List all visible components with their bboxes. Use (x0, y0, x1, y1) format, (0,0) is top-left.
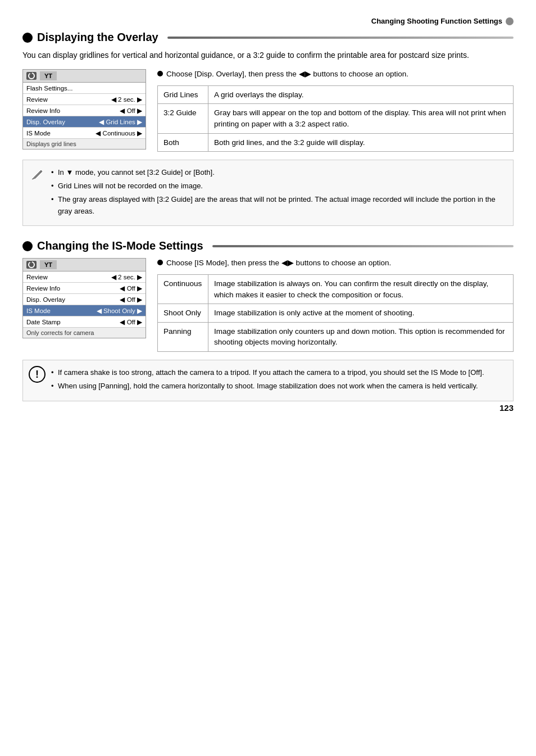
table-row: Both Both grid lines, and the 3:2 guide … (158, 133, 514, 152)
section2-choose-text: Choose [IS Mode], then press the ◀▶ butt… (166, 258, 391, 269)
list-item: When using [Panning], hold the camera ho… (51, 381, 504, 392)
section-displaying-overlay: Displaying the Overlay You can display g… (22, 31, 514, 226)
section2-title-divider (212, 245, 514, 247)
option-name: 3:2 Guide (158, 104, 208, 133)
table-row: 3:2 Guide Gray bars will appear on the t… (158, 104, 514, 133)
list-item: In ▼ mode, you cannot set [3:2 Guide] or… (51, 167, 504, 179)
section2-choose-line: Choose [IS Mode], then press the ◀▶ butt… (157, 258, 514, 269)
option-desc: Both grid lines, and the 3:2 guide will … (208, 133, 514, 152)
section2-menu-box: YT Review ◀ 2 sec. ▶ Review Info ◀ Off ▶… (22, 258, 146, 338)
section1-title-container: Displaying the Overlay (22, 31, 514, 44)
option-name: Shoot Only (158, 304, 208, 323)
list-item: The gray areas displayed with [3:2 Guide… (51, 194, 504, 218)
choose-bullet-icon-2 (157, 260, 163, 265)
notes-list: In ▼ mode, you cannot set [3:2 Guide] or… (51, 167, 504, 217)
option-desc: Image stabilization is always on. You ca… (208, 275, 514, 304)
menu-row-date-stamp: Date Stamp ◀ Off ▶ (23, 316, 146, 328)
section-is-mode: Changing the IS-Mode Settings YT Review … (22, 239, 514, 401)
header-circle-icon (506, 17, 514, 25)
menu-row-review: Review ◀ 2 sec. ▶ (23, 94, 146, 105)
option-name: Panning (158, 322, 208, 351)
section1-menu-box: YT Flash Settings... Review ◀ 2 sec. ▶ R… (22, 69, 146, 150)
option-desc: Gray bars will appear on the top and bot… (208, 104, 514, 133)
section1-options-table: Grid Lines A grid overlays the display. … (157, 85, 514, 152)
option-desc: Image stabilization only counters up and… (208, 322, 514, 351)
page-header: Changing Shooting Function Settings (22, 17, 514, 25)
menu-tab-label-2: YT (40, 260, 57, 269)
menu-row-review2: Review ◀ 2 sec. ▶ (23, 271, 146, 283)
section1-right: Choose [Disp. Overlay], then press the ◀… (157, 69, 514, 152)
section2-title: Changing the IS-Mode Settings (37, 239, 203, 252)
section1-bullet-icon (22, 33, 33, 43)
menu-tab-label: YT (40, 71, 57, 80)
option-desc: Image stabilization is only active at th… (208, 304, 514, 323)
section2-bullet-icon (22, 241, 33, 251)
list-item: If camera shake is too strong, attach th… (51, 367, 504, 379)
section2-menu-header: YT (23, 259, 146, 271)
section1-choose-text: Choose [Disp. Overlay], then press the ◀… (166, 69, 408, 80)
table-row: Grid Lines A grid overlays the display. (158, 85, 514, 104)
camera-icon-2 (26, 261, 37, 269)
section1-menu-footer: Displays grid lines (23, 139, 146, 149)
option-name: Grid Lines (158, 85, 208, 104)
section2-title-container: Changing the IS-Mode Settings (22, 239, 514, 252)
section1-choose-line: Choose [Disp. Overlay], then press the ◀… (157, 69, 514, 80)
menu-row-flash: Flash Settings... (23, 83, 146, 94)
menu-row-review-info: Review Info ◀ Off ▶ (23, 105, 146, 116)
section1-menu-header: YT (23, 70, 146, 83)
warnings-list: If camera shake is too strong, attach th… (51, 367, 504, 392)
section1-notes: In ▼ mode, you cannot set [3:2 Guide] or… (22, 160, 514, 226)
section2-right: Choose [IS Mode], then press the ◀▶ butt… (157, 258, 514, 352)
section1-intro: You can display gridlines for vertical a… (22, 49, 514, 61)
table-row: Shoot Only Image stabilization is only a… (158, 304, 514, 323)
section1-title: Displaying the Overlay (37, 31, 158, 44)
menu-row-review-info2: Review Info ◀ Off ▶ (23, 283, 146, 294)
menu-row-is-mode: IS Mode ◀ Continuous ▶ (23, 128, 146, 139)
menu-row-disp-overlay2: Disp. Overlay ◀ Off ▶ (23, 294, 146, 305)
option-desc: A grid overlays the display. (208, 85, 514, 104)
menu-row-disp-overlay: Disp. Overlay ◀ Grid Lines ▶ (23, 116, 146, 128)
table-row: Panning Image stabilization only counter… (158, 322, 514, 351)
camera-icon (26, 72, 37, 80)
page-number: 123 (499, 403, 514, 413)
header-title: Changing Shooting Function Settings (371, 17, 502, 25)
list-item: Grid Lines will not be recorded on the i… (51, 180, 504, 192)
choose-bullet-icon (157, 71, 163, 76)
menu-row-is-mode2: IS Mode ◀ Shoot Only ▶ (23, 305, 146, 316)
warning-icon: ! (29, 366, 46, 383)
section2-menu-footer: Only corrects for camera (23, 328, 146, 338)
section2-content: YT Review ◀ 2 sec. ▶ Review Info ◀ Off ▶… (22, 258, 514, 352)
option-name: Both (158, 133, 208, 152)
option-name: Continuous (158, 275, 208, 304)
section1-content: YT Flash Settings... Review ◀ 2 sec. ▶ R… (22, 69, 514, 152)
pencil-icon (30, 167, 46, 183)
section2-options-table: Continuous Image stabilization is always… (157, 274, 514, 352)
section1-title-divider (167, 37, 514, 39)
table-row: Continuous Image stabilization is always… (158, 275, 514, 304)
section2-warnings: ! If camera shake is too strong, attach … (22, 360, 514, 401)
